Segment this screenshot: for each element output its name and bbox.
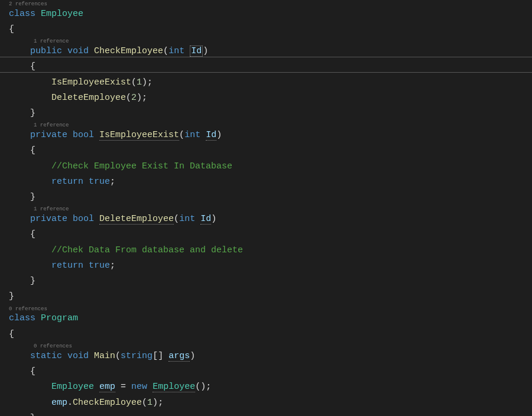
kw-void: void — [67, 46, 89, 56]
method-main: Main — [94, 351, 115, 361]
codelens-isemployeeexist[interactable]: 1 reference — [9, 122, 532, 129]
kw-class: class — [9, 9, 35, 19]
method-checkemployee: CheckEmployee — [94, 46, 163, 56]
param-id: Id — [206, 130, 216, 141]
param-id: Id — [190, 46, 203, 57]
kw-true: true — [89, 177, 110, 187]
kw-string: string — [121, 351, 153, 361]
num-2: 2 — [131, 93, 137, 103]
codelens-deleteemployee[interactable]: 1 reference — [9, 206, 532, 213]
kw-static: static — [30, 351, 62, 361]
kw-int: int — [168, 46, 184, 56]
kw-bool: bool — [73, 130, 94, 140]
call-isemployeeexist: IsEmployeeExist — [51, 77, 131, 87]
close-brace: } — [9, 291, 14, 301]
num-1: 1 — [137, 77, 142, 87]
kw-public: public — [30, 46, 62, 56]
codelens-check-employee[interactable]: 1 reference — [9, 38, 532, 45]
method-isemployeeexist: IsEmployeeExist — [99, 130, 179, 141]
kw-return: return — [51, 177, 83, 187]
comment-delete: //Chek Data From database and delete — [51, 245, 243, 255]
type-employee: Employee — [41, 9, 83, 19]
comment-isexist: //Check Employee Exist In Database — [51, 161, 232, 171]
open-brace: { — [9, 24, 14, 34]
kw-private: private — [30, 130, 67, 140]
call-checkemployee: CheckEmployee — [73, 398, 142, 408]
codelens-class-employee[interactable]: 2 references — [9, 1, 532, 8]
method-deleteemployee: DeleteEmployee — [99, 214, 174, 225]
param-args: args — [168, 351, 190, 362]
kw-new: new — [131, 382, 147, 392]
var-emp: emp — [99, 382, 115, 392]
type-program: Program — [41, 313, 78, 323]
param-id: Id — [200, 214, 211, 225]
code-editor[interactable]: 2 referencesclass Employee { 1 reference… — [0, 1, 532, 416]
codelens-class-program[interactable]: 0 references — [9, 306, 532, 313]
codelens-main[interactable]: 0 references — [9, 343, 532, 350]
call-deleteemployee: DeleteEmployee — [51, 93, 126, 103]
